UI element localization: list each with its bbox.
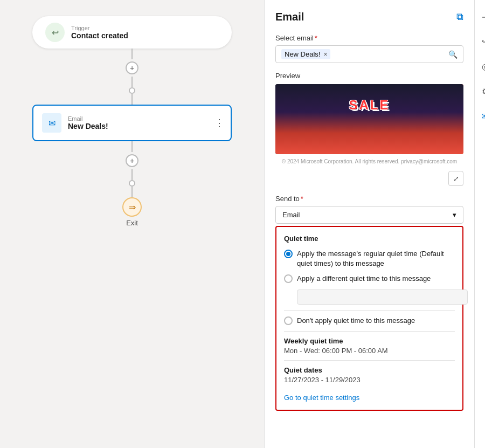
add-button-2[interactable]: + [126, 154, 138, 167]
divider-3 [284, 360, 455, 361]
trigger-label: Trigger [71, 25, 128, 31]
quiet-time-panel: Quiet time Apply the message's regular q… [275, 226, 463, 411]
email-node-title: New Deals! [68, 122, 108, 130]
send-to-dropdown[interactable]: Email ▾ [275, 206, 463, 224]
connector-line-3 [131, 94, 133, 105]
select-email-field[interactable]: New Deals! × 🔍 [275, 45, 463, 63]
send-to-value: Email [282, 211, 300, 219]
radio-label-3: Don't apply quiet time to this message [297, 316, 415, 326]
go-to-quiet-time-link[interactable]: Go to quiet time settings [284, 394, 359, 402]
quiet-dates-value: 11/27/2023 - 11/29/2023 [284, 376, 455, 384]
divider-1 [284, 310, 455, 311]
send-to-container: Send to* Email ▾ [275, 195, 463, 224]
connector-1: + [126, 49, 138, 105]
radio-option-3[interactable]: Don't apply quiet time to this message [284, 316, 455, 326]
store-scene: SALE [275, 84, 463, 154]
mail-icon[interactable]: ✉ [477, 108, 486, 124]
radio-3[interactable] [284, 316, 293, 325]
trigger-icon: ↩ [45, 23, 65, 42]
connector-line-5 [131, 169, 133, 180]
email-node-label: Email [68, 115, 108, 122]
workflow-canvas: ↩ Trigger Contact created + ✉ Email New … [0, 0, 264, 448]
search-icon: 🔍 [448, 50, 458, 59]
login-icon[interactable]: ⇥ [477, 9, 486, 25]
trigger-node: ↩ Trigger Contact created [32, 16, 232, 49]
sale-sign: SALE [349, 98, 390, 113]
weekly-quiet-time-value: Mon - Wed: 06:00 PM - 06:00 AM [284, 347, 455, 355]
connector-circle-2 [129, 180, 135, 187]
add-button-1[interactable]: + [126, 61, 138, 74]
trigger-text: Trigger Contact created [71, 25, 128, 40]
panel-link-icon[interactable]: ⧉ [456, 11, 463, 23]
radio-label-2: Apply a different quiet time to this mes… [297, 274, 431, 284]
connector-line-2 [131, 77, 133, 87]
quiet-time-title: Quiet time [284, 235, 455, 243]
expand-button[interactable]: ⤢ [448, 171, 463, 186]
connector-2: + [126, 141, 138, 197]
connector-line-6 [131, 187, 133, 197]
panel-title: Email [275, 11, 304, 23]
target-icon[interactable]: ◎ [477, 58, 486, 74]
panel-header: Email ⧉ [275, 11, 463, 23]
tag-close-button[interactable]: × [323, 51, 327, 58]
preview-expand-area: ⤢ [275, 171, 463, 186]
chevron-down-icon: ▾ [453, 211, 456, 219]
send-to-label: Send to* [275, 195, 463, 203]
settings-icon[interactable]: ⚙ [477, 83, 486, 99]
right-panel: Email ⧉ Select email* New Deals! × 🔍 Pre… [264, 0, 474, 448]
email-text: Email New Deals! [68, 115, 108, 130]
email-node[interactable]: ✉ Email New Deals! ⋮ [32, 105, 232, 141]
exit-label: Exit [126, 219, 138, 227]
radio-option-2[interactable]: Apply a different quiet time to this mes… [284, 274, 455, 284]
radio-option-1[interactable]: Apply the message's regular quiet time (… [284, 249, 455, 268]
radio-label-1: Apply the message's regular quiet time (… [297, 249, 455, 268]
preview-label: Preview [275, 72, 463, 80]
radio-1[interactable] [284, 250, 293, 258]
quiet-dates-title: Quiet dates [284, 366, 455, 374]
divider-2 [284, 331, 455, 332]
select-email-label: Select email* [275, 34, 463, 42]
preview-image: SALE [275, 84, 463, 154]
store-background [275, 84, 463, 154]
connector-line-1 [131, 49, 133, 59]
quiet-time-sub-input[interactable] [297, 290, 468, 305]
connector-circle-1 [129, 87, 135, 94]
connector-line-4 [131, 141, 133, 152]
exit-node: ⇒ Exit [122, 197, 142, 227]
email-tag-text: New Deals! [285, 50, 320, 58]
trigger-title: Contact created [71, 31, 128, 40]
email-icon: ✉ [42, 113, 61, 133]
email-tag: New Deals! × [281, 49, 330, 59]
node-menu-button[interactable]: ⋮ [214, 117, 224, 129]
preview-caption: © 2024 Microsoft Corporation. All rights… [275, 158, 463, 164]
weekly-quiet-time-title: Weekly quiet time [284, 337, 455, 345]
sidebar-icons: ⇥ ↪ ◎ ⚙ ✉ [474, 0, 485, 448]
radio-2[interactable] [284, 274, 293, 283]
exit-icon: ⇒ [122, 197, 142, 217]
weekly-quiet-time-block: Weekly quiet time Mon - Wed: 06:00 PM - … [284, 337, 455, 355]
logout-icon[interactable]: ↪ [477, 33, 486, 50]
quiet-dates-block: Quiet dates 11/27/2023 - 11/29/2023 [284, 366, 455, 384]
